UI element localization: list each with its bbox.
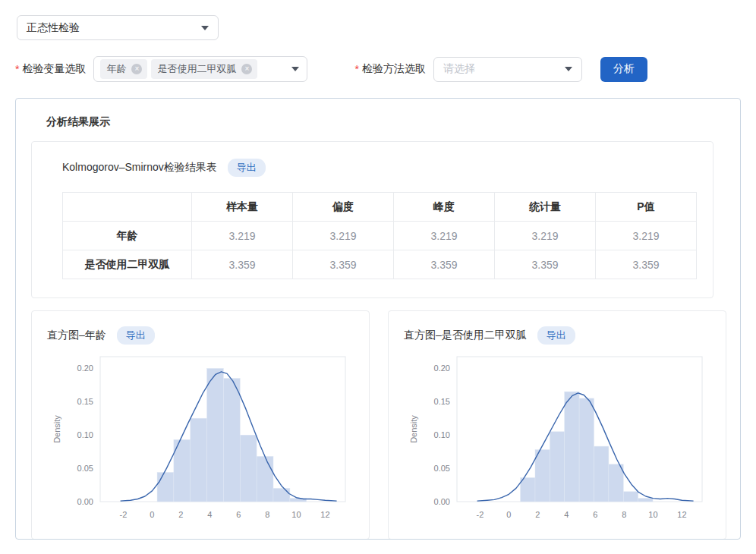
method-select-label: 检验方法选取: [362, 62, 426, 76]
column-header: 统计量: [495, 193, 596, 222]
table-cell: 3.219: [394, 222, 495, 250]
row-header-cell: 是否使用二甲双胍: [63, 250, 192, 279]
histogram-plot-age: 0.000.050.100.150.20-2024681012Density: [47, 348, 354, 536]
y-axis-tick-label: 0.10: [77, 430, 93, 439]
remove-tag-icon[interactable]: ×: [241, 64, 252, 74]
y-axis-label: Density: [52, 415, 61, 443]
y-axis-tick-label: 0.10: [434, 430, 450, 439]
selected-tags: 年龄×是否使用二甲双胍×: [96, 59, 257, 79]
x-axis-tick-label: 8: [265, 510, 269, 519]
table-cell: 3.359: [192, 250, 293, 279]
chart-header: 直方图–是否使用二甲双胍 导出: [404, 326, 710, 345]
histogram-bar: [273, 488, 290, 502]
histogram-bar: [240, 435, 257, 502]
x-axis-tick-label: -2: [120, 510, 128, 519]
method-select[interactable]: 请选择: [433, 57, 582, 82]
ks-table-title: Kolmogorov–Smirnov检验结果表: [62, 161, 217, 175]
method-field: * 检验方法选取 请选择: [354, 57, 581, 82]
x-axis-tick-label: 0: [150, 510, 154, 519]
histogram-bar: [594, 446, 609, 502]
x-axis-tick-label: 2: [535, 510, 540, 519]
method-select-placeholder: 请选择: [443, 62, 475, 76]
x-axis-tick-label: 12: [320, 510, 329, 519]
y-axis-tick-label: 0.15: [77, 397, 93, 406]
histogram-bar: [223, 379, 240, 502]
x-axis-tick-label: 6: [236, 510, 241, 519]
y-axis-tick-label: 0.15: [434, 397, 450, 406]
table-cell: 3.359: [293, 250, 394, 279]
y-axis-label: Density: [409, 415, 418, 443]
x-axis-tick-label: 4: [207, 510, 212, 519]
x-axis-tick-label: 12: [677, 510, 686, 519]
form-row: * 检验变量选取 年龄×是否使用二甲双胍× * 检验方法选取 请选择 分析: [15, 56, 741, 82]
x-axis-tick-label: 4: [564, 510, 569, 519]
histogram-bar: [638, 499, 653, 502]
app: 正态性检验 * 检验变量选取 年龄×是否使用二甲双胍× * 检验方法选取 请选择…: [0, 0, 756, 554]
histogram-card-metformin: 直方图–是否使用二甲双胍 导出 0.000.050.100.150.20-202…: [388, 310, 726, 540]
top-row: 正态性检验: [0, 0, 756, 40]
tag-label: 年龄: [106, 62, 126, 76]
x-axis-tick-label: 8: [622, 510, 626, 519]
histogram-bar: [157, 472, 174, 502]
chevron-down-icon: [291, 67, 299, 71]
x-axis-tick-label: 10: [291, 510, 301, 519]
chart-header: 直方图–年龄 导出: [47, 326, 354, 345]
histogram-bar: [207, 368, 224, 502]
tag-label: 是否使用二甲双胍: [157, 62, 236, 76]
charts-row: 直方图–年龄 导出 0.000.050.100.150.20-202468101…: [31, 310, 725, 540]
histogram-bar: [535, 450, 550, 502]
histogram-bar: [521, 477, 535, 502]
export-table-button[interactable]: 导出: [228, 159, 266, 177]
selected-variable-tag: 年龄×: [100, 59, 147, 79]
analyze-button[interactable]: 分析: [600, 57, 647, 82]
variable-multiselect[interactable]: 年龄×是否使用二甲双胍×: [93, 56, 307, 82]
column-header: 偏度: [293, 193, 394, 222]
required-mark: *: [15, 63, 19, 75]
table-header-row: 样本量 偏度 峰度 统计量 P值: [63, 193, 697, 222]
table-row: 年龄3.2193.2193.2193.2193.219: [63, 222, 697, 250]
x-axis-tick-label: 6: [593, 510, 597, 519]
x-axis-tick-label: 2: [178, 510, 183, 519]
required-mark: *: [354, 63, 358, 75]
column-header: [63, 193, 192, 222]
histogram-bar: [609, 464, 623, 502]
chart-title: 直方图–年龄: [47, 329, 106, 342]
selected-variable-tag: 是否使用二甲双胍×: [151, 59, 257, 79]
results-panel: 分析结果展示 Kolmogorov–Smirnov检验结果表 导出 样本量 偏度…: [15, 98, 741, 540]
histogram-svg: 0.000.050.100.150.20-2024681012Density: [404, 348, 710, 536]
table-cell: 3.219: [495, 222, 596, 250]
table-cell: 3.359: [596, 250, 697, 279]
y-axis-tick-label: 0.00: [77, 497, 93, 506]
table-cell: 3.219: [293, 222, 394, 250]
x-axis-tick-label: -2: [477, 510, 484, 519]
row-header-cell: 年龄: [63, 222, 192, 250]
analysis-type-select[interactable]: 正态性检验: [17, 15, 219, 40]
table-cell: 3.359: [394, 250, 495, 279]
table-cell: 3.359: [495, 250, 596, 279]
ks-table: 样本量 偏度 峰度 统计量 P值 年龄3.2193.2193.2193.2193…: [62, 192, 697, 279]
chevron-down-icon: [565, 67, 572, 71]
export-chart-button[interactable]: 导出: [117, 326, 155, 345]
histogram-bar: [579, 398, 594, 502]
export-chart-button[interactable]: 导出: [537, 326, 575, 345]
y-axis-tick-label: 0.20: [77, 364, 93, 373]
remove-tag-icon[interactable]: ×: [131, 64, 142, 74]
chevron-down-icon: [201, 26, 209, 30]
chart-title: 直方图–是否使用二甲双胍: [404, 329, 527, 342]
histogram-bar: [623, 492, 638, 502]
histogram-bar: [191, 418, 207, 502]
analysis-type-value: 正态性检验: [27, 21, 80, 35]
histogram-bar: [565, 392, 579, 502]
ks-table-header: Kolmogorov–Smirnov检验结果表 导出: [62, 159, 695, 177]
y-axis-tick-label: 0.20: [434, 364, 450, 373]
x-axis-tick-label: 0: [506, 510, 511, 519]
y-axis-tick-label: 0.05: [77, 464, 93, 473]
table-cell: 3.219: [192, 222, 293, 250]
variable-select-label: 检验变量选取: [22, 62, 86, 76]
histogram-svg: 0.000.050.100.150.20-2024681012Density: [47, 348, 354, 536]
ks-table-card: Kolmogorov–Smirnov检验结果表 导出 样本量 偏度 峰度 统计量…: [31, 141, 713, 298]
column-header: P值: [596, 193, 697, 222]
y-axis-tick-label: 0.05: [434, 464, 450, 473]
table-row: 是否使用二甲双胍3.3593.3593.3593.3593.359: [63, 250, 697, 279]
x-axis-tick-label: 10: [648, 510, 657, 519]
